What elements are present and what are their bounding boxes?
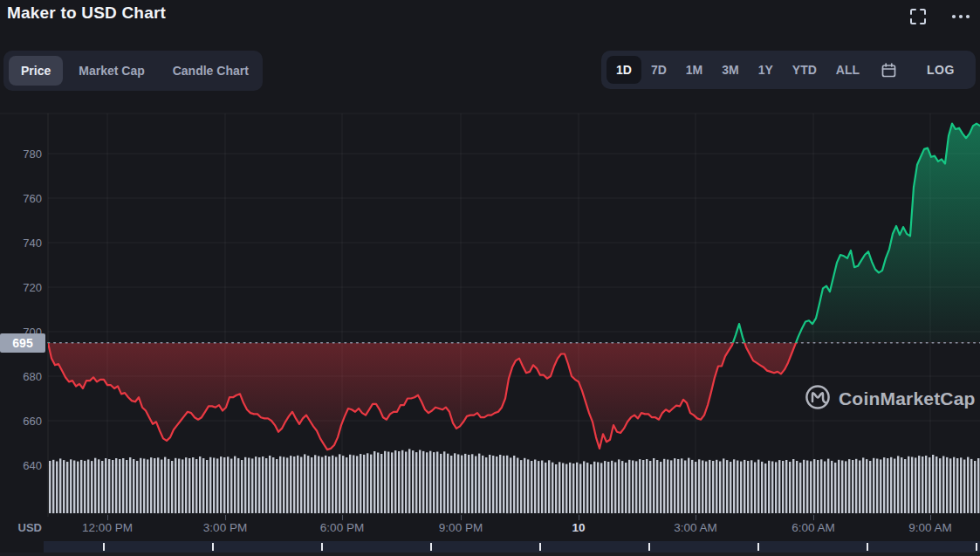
range-all[interactable]: ALL bbox=[826, 56, 869, 84]
x-axis-label: 12:00 PM bbox=[82, 521, 133, 534]
y-axis-label: 760 bbox=[5, 192, 42, 205]
y-axis-unit-label: USD bbox=[5, 521, 42, 534]
range-toolbar: 1D 7D 1M 3M 1Y YTD ALL LOG bbox=[601, 51, 976, 89]
footer-band bbox=[0, 553, 980, 556]
navigator-tick bbox=[648, 543, 650, 551]
range-ytd[interactable]: YTD bbox=[783, 56, 826, 84]
y-axis-label: 640 bbox=[5, 459, 42, 472]
page-title: Maker to USD Chart bbox=[7, 3, 166, 23]
y-axis-label: 660 bbox=[5, 415, 42, 428]
navigator-tick bbox=[103, 543, 105, 551]
tab-market-cap[interactable]: Market Cap bbox=[66, 56, 156, 86]
x-axis-label: 3:00 AM bbox=[674, 521, 717, 534]
x-axis-tick bbox=[225, 515, 226, 520]
range-1d[interactable]: 1D bbox=[607, 56, 641, 84]
navigator-tick bbox=[539, 543, 541, 551]
chart-navigator[interactable] bbox=[44, 541, 980, 553]
tab-candle-chart[interactable]: Candle Chart bbox=[161, 56, 261, 86]
navigator-tick bbox=[212, 543, 214, 551]
watermark-text: CoinMarketCap bbox=[839, 388, 976, 409]
navigator-tick bbox=[321, 543, 323, 551]
fullscreen-icon[interactable] bbox=[908, 7, 928, 26]
range-1m[interactable]: 1M bbox=[676, 56, 712, 84]
coinmarketcap-watermark: CoinMarketCap bbox=[805, 384, 976, 414]
prev-close-badge: 695 bbox=[0, 333, 45, 353]
navigator-tick bbox=[867, 543, 868, 551]
x-axis-tick bbox=[342, 515, 343, 520]
range-3m[interactable]: 3M bbox=[712, 56, 748, 84]
log-scale-toggle[interactable]: LOG bbox=[917, 56, 964, 84]
x-axis-label: 10 bbox=[572, 521, 585, 534]
x-axis-label: 9:00 AM bbox=[908, 521, 952, 534]
chart-type-tabs: Price Market Cap Candle Chart bbox=[3, 51, 263, 91]
y-axis-label: 740 bbox=[5, 237, 42, 250]
x-axis-tick bbox=[696, 515, 696, 520]
calendar-icon[interactable] bbox=[869, 56, 908, 84]
x-axis-tick bbox=[930, 515, 931, 520]
x-axis-label: 9:00 PM bbox=[439, 521, 483, 534]
x-axis-tick bbox=[461, 515, 462, 520]
x-axis-tick bbox=[579, 515, 579, 520]
y-axis-label: 720 bbox=[5, 281, 42, 294]
coinmarketcap-logo-icon bbox=[805, 384, 831, 414]
navigator-tick bbox=[757, 543, 759, 551]
chart-widget: Maker to USD Chart Price Market Cap Cand… bbox=[0, 0, 980, 556]
x-axis-label: 3:00 PM bbox=[203, 521, 247, 534]
x-axis-tick bbox=[107, 515, 108, 520]
x-axis-label: 6:00 AM bbox=[792, 521, 835, 534]
y-axis-label: 680 bbox=[5, 370, 42, 383]
navigator-tick bbox=[976, 543, 977, 551]
range-1y[interactable]: 1Y bbox=[749, 56, 783, 84]
x-axis-tick bbox=[813, 515, 814, 520]
tab-price[interactable]: Price bbox=[9, 56, 63, 86]
y-axis-label: 780 bbox=[5, 148, 42, 161]
x-axis-label: 6:00 PM bbox=[320, 521, 364, 534]
navigator-tick bbox=[430, 543, 432, 551]
range-7d[interactable]: 7D bbox=[641, 56, 676, 84]
more-options-icon[interactable] bbox=[950, 7, 971, 26]
